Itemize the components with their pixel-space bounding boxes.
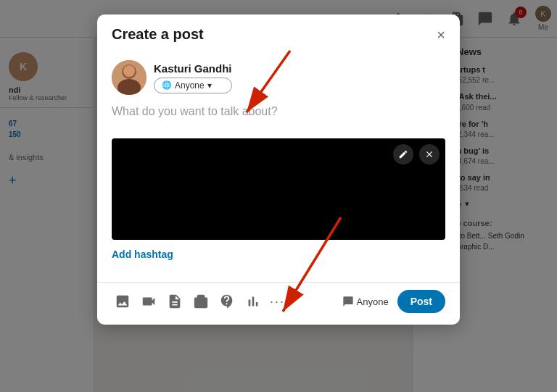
modal-close-button[interactable]: × bbox=[437, 28, 445, 42]
user-avatar bbox=[112, 60, 147, 95]
remove-media-button[interactable] bbox=[419, 144, 440, 164]
user-info: Kasturi Gandhi 🌐 Anyone ▾ bbox=[154, 62, 232, 93]
media-preview-area bbox=[112, 138, 445, 240]
add-document-button[interactable] bbox=[164, 291, 186, 312]
celebrate-button[interactable] bbox=[216, 291, 238, 312]
modal-header: Create a post × bbox=[97, 14, 460, 51]
dropdown-chevron-icon: ▾ bbox=[207, 80, 212, 91]
modal-title: Create a post bbox=[112, 26, 204, 43]
modal-toolbar: ··· Anyone Post bbox=[97, 282, 460, 325]
post-button[interactable]: Post bbox=[397, 290, 445, 313]
edit-media-button[interactable] bbox=[393, 144, 413, 164]
svg-point-3 bbox=[123, 65, 135, 77]
audience-dropdown-btn[interactable]: 🌐 Anyone ▾ bbox=[154, 78, 232, 93]
media-preview-actions bbox=[393, 144, 440, 164]
add-hashtag-btn[interactable]: Add hashtag bbox=[112, 249, 445, 260]
create-post-modal: Create a post × bbox=[97, 14, 460, 325]
audience-label: Anyone bbox=[175, 80, 205, 91]
add-job-button[interactable] bbox=[190, 291, 212, 312]
add-video-button[interactable] bbox=[138, 291, 160, 312]
modal-body: Kasturi Gandhi 🌐 Anyone ▾ What do you wa… bbox=[97, 51, 460, 282]
post-user-row: Kasturi Gandhi 🌐 Anyone ▾ bbox=[112, 60, 445, 95]
post-placeholder-text[interactable]: What do you want to talk about? bbox=[112, 105, 445, 128]
globe-icon: 🌐 bbox=[162, 80, 172, 90]
user-name: Kasturi Gandhi bbox=[154, 62, 232, 75]
modal-overlay[interactable]: Create a post × bbox=[0, 0, 557, 392]
add-chart-button[interactable] bbox=[242, 291, 264, 312]
add-photo-button[interactable] bbox=[112, 291, 133, 312]
comment-audience-btn[interactable]: Anyone bbox=[338, 293, 393, 310]
comment-audience-label: Anyone bbox=[357, 296, 389, 307]
more-options-button[interactable]: ··· bbox=[268, 291, 286, 312]
